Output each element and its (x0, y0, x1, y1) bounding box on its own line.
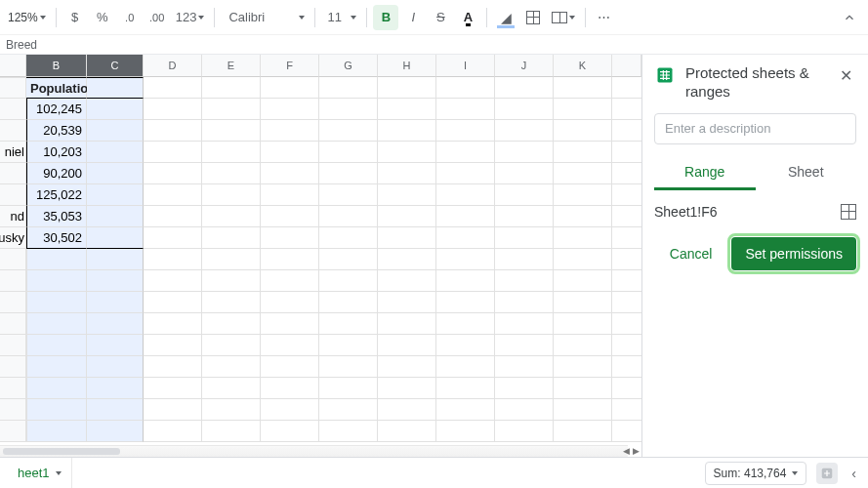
cell[interactable] (612, 163, 641, 184)
row-header-gutter[interactable] (0, 378, 26, 399)
fill-color-button[interactable]: ◢ (493, 5, 518, 30)
cell[interactable] (436, 227, 495, 249)
cell[interactable] (495, 313, 554, 335)
cell-B3[interactable]: 20,539 (26, 120, 87, 142)
column-header-F[interactable]: F (261, 55, 319, 77)
cell-C4[interactable] (87, 142, 144, 163)
cell-C3[interactable] (87, 120, 144, 142)
text-color-button[interactable]: A (455, 5, 480, 30)
cell[interactable] (436, 77, 495, 99)
cell[interactable] (319, 120, 378, 142)
row-header-gutter[interactable] (0, 356, 26, 378)
cell-C6[interactable] (87, 184, 144, 206)
cell[interactable] (495, 335, 554, 356)
cell[interactable] (554, 227, 612, 249)
cell[interactable] (319, 421, 378, 442)
cell[interactable] (261, 99, 319, 120)
scroll-right-button[interactable]: ▶ (633, 446, 640, 456)
cell[interactable] (261, 292, 319, 313)
cell[interactable] (612, 378, 641, 399)
cell[interactable] (378, 227, 436, 249)
select-all-corner[interactable] (0, 55, 26, 77)
cell[interactable] (261, 142, 319, 163)
cell-C2[interactable] (87, 99, 144, 120)
cell[interactable] (554, 356, 612, 378)
cell[interactable] (319, 356, 378, 378)
cell[interactable] (554, 270, 612, 292)
cell[interactable] (26, 335, 87, 356)
cell[interactable] (436, 378, 495, 399)
cell[interactable] (612, 142, 641, 163)
cell[interactable] (612, 77, 641, 99)
cell[interactable] (26, 378, 87, 399)
cell-B6[interactable]: 125,022 (26, 184, 87, 206)
cell-B4[interactable]: niel 10,203 (26, 142, 87, 163)
row-header-gutter[interactable] (0, 399, 26, 421)
cell[interactable] (144, 120, 202, 142)
cell[interactable] (87, 421, 144, 442)
font-family-dropdown[interactable]: Calibri (221, 5, 309, 30)
cell[interactable] (378, 120, 436, 142)
cell[interactable] (144, 249, 202, 270)
scroll-left-button[interactable]: ◀ (623, 446, 630, 456)
row-header-gutter[interactable] (0, 335, 26, 356)
cell[interactable] (495, 142, 554, 163)
row-header-gutter[interactable] (0, 292, 26, 313)
set-permissions-button[interactable]: Set permissions (731, 237, 856, 270)
cell[interactable] (495, 249, 554, 270)
cell[interactable] (554, 206, 612, 227)
row-header-gutter[interactable] (0, 163, 26, 184)
cell[interactable] (554, 421, 612, 442)
cell[interactable] (378, 292, 436, 313)
cell[interactable] (436, 184, 495, 206)
cell-B-header[interactable]: Population (26, 77, 87, 99)
cell[interactable] (87, 249, 144, 270)
cell[interactable] (319, 184, 378, 206)
cell[interactable] (319, 313, 378, 335)
cell[interactable] (378, 142, 436, 163)
cell[interactable] (378, 206, 436, 227)
cell[interactable] (202, 421, 261, 442)
cell[interactable] (26, 399, 87, 421)
italic-button[interactable]: I (400, 5, 426, 30)
cell[interactable] (554, 163, 612, 184)
description-input[interactable]: Enter a description (654, 113, 856, 144)
cell-C-header[interactable] (87, 77, 144, 99)
cell-C8[interactable] (87, 227, 144, 249)
cancel-button[interactable]: Cancel (660, 238, 723, 269)
cell[interactable] (554, 249, 612, 270)
cell[interactable] (612, 313, 641, 335)
row-header-gutter[interactable] (0, 249, 26, 270)
cell[interactable] (436, 399, 495, 421)
cell[interactable] (319, 270, 378, 292)
cell[interactable] (495, 227, 554, 249)
cell[interactable] (87, 313, 144, 335)
merge-cells-dropdown[interactable] (548, 5, 579, 30)
cell[interactable] (87, 356, 144, 378)
cell[interactable] (612, 227, 641, 249)
cell[interactable] (319, 99, 378, 120)
column-header-C[interactable]: C (87, 55, 144, 77)
cell[interactable] (554, 399, 612, 421)
name-box[interactable]: Breed (6, 38, 37, 52)
cell[interactable] (261, 313, 319, 335)
spreadsheet-grid[interactable]: B C D E F G H I J K Population 102,245 2… (0, 55, 641, 457)
cell-B5[interactable]: 90,200 (26, 163, 87, 184)
more-toolbar-button[interactable]: ⋯ (592, 5, 617, 30)
cell[interactable] (554, 313, 612, 335)
cell[interactable] (261, 270, 319, 292)
cell[interactable] (378, 249, 436, 270)
cell[interactable] (202, 77, 261, 99)
cell[interactable] (261, 249, 319, 270)
row-header-gutter[interactable] (0, 77, 26, 99)
cell-C5[interactable] (87, 163, 144, 184)
cell[interactable] (319, 249, 378, 270)
cell-C7[interactable] (87, 206, 144, 227)
cell[interactable] (202, 270, 261, 292)
cell[interactable] (612, 292, 641, 313)
strikethrough-button[interactable]: S (428, 5, 453, 30)
cell[interactable] (554, 335, 612, 356)
borders-button[interactable] (520, 5, 546, 30)
cell[interactable] (436, 99, 495, 120)
cell[interactable] (261, 227, 319, 249)
